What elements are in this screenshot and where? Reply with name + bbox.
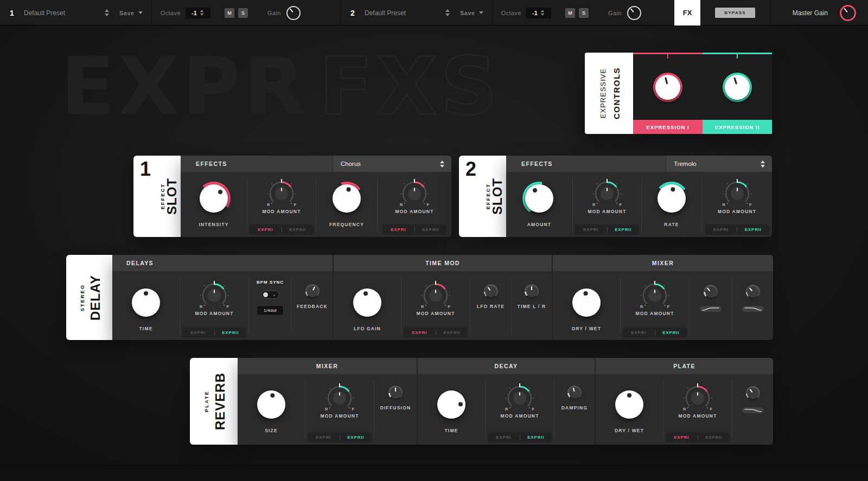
rate-knob[interactable] [655, 182, 688, 215]
master-gain-knob[interactable] [840, 5, 856, 21]
expression-assign-toggle[interactable]: EXPRI EXPRII [666, 432, 730, 442]
octave-stepper-2[interactable]: -1 [526, 8, 551, 18]
time-knob[interactable] [129, 286, 163, 319]
expri-option[interactable]: EXPRI [623, 328, 655, 338]
highpass-filter-knob[interactable] [704, 285, 718, 299]
expression-assign-toggle[interactable]: EXPRI EXPRII [404, 328, 468, 338]
mute-button-2[interactable]: M [565, 8, 575, 18]
intensity-knob[interactable] [197, 182, 231, 215]
bpm-sync-switch[interactable] [261, 291, 279, 299]
exprii-option[interactable]: EXPRII [340, 432, 372, 442]
diffusion-knob[interactable] [388, 386, 403, 400]
expri-option[interactable]: EXPRI [382, 225, 414, 235]
mod-range-r: R [723, 202, 725, 207]
updown-stepper-icon[interactable] [105, 9, 110, 16]
solo-button-1[interactable]: S [238, 8, 248, 18]
mod-amount-knob[interactable]: R F [677, 382, 718, 412]
side-label-bold: REVERB [213, 373, 228, 430]
expression-assign-toggle[interactable]: EXPRI EXPRII [182, 328, 246, 338]
mod-amount-knob[interactable]: R F [261, 177, 302, 208]
updown-stepper-icon[interactable] [440, 161, 445, 168]
size-knob[interactable] [254, 388, 288, 421]
lfo-gain-knob[interactable] [350, 286, 384, 319]
expri-option[interactable]: EXPRI [182, 328, 214, 338]
mod-amount-knob[interactable]: R F [394, 177, 435, 208]
mod-amount-label: MOD AMOUNT [395, 209, 433, 214]
damping-knob[interactable] [567, 386, 582, 400]
expression-2-knob[interactable] [723, 73, 752, 102]
octave-value: -1 [192, 10, 197, 16]
save-button-1[interactable]: Save [119, 10, 143, 16]
updown-stepper-icon[interactable] [200, 10, 204, 15]
fx-tab[interactable]: FX [674, 0, 700, 25]
expri-option[interactable]: EXPRI [488, 432, 520, 442]
octave-stepper-1[interactable]: -1 [186, 8, 210, 18]
knob-pointer [653, 72, 683, 102]
expri-option[interactable]: EXPRI [308, 432, 340, 442]
save-button-2[interactable]: Save [460, 10, 483, 16]
mod-amount-knob[interactable]: R F [499, 382, 540, 412]
preset-selector-1[interactable]: Default Preset [24, 9, 110, 17]
section-title: TIME MOD [425, 260, 460, 266]
decay-time-knob[interactable] [435, 388, 468, 421]
time-lr-knob[interactable] [525, 284, 539, 298]
exprii-option[interactable]: EXPRII [520, 432, 552, 442]
divider [492, 0, 493, 25]
expri-option[interactable]: EXPRI [666, 432, 698, 442]
mute-button-1[interactable]: M [225, 8, 234, 18]
expression-assign-toggle[interactable]: EXPRI EXPRII [382, 225, 446, 235]
amount-knob[interactable] [522, 182, 556, 215]
plate-filter-knob[interactable] [746, 386, 760, 400]
updown-stepper-icon[interactable] [541, 10, 545, 15]
exprii-option[interactable]: EXPRII [608, 225, 640, 235]
curve-glyph [743, 408, 763, 413]
exprii-option[interactable]: EXPRII [415, 225, 447, 235]
lfo-rate-knob[interactable] [484, 284, 498, 298]
exprii-option[interactable]: EXPRII [436, 328, 468, 338]
mod-amount-control: R F MOD AMOUNT EXPRI EXPRII [573, 172, 641, 237]
expression-assign-toggle[interactable]: EXPRI EXPRII [250, 225, 314, 235]
lowpass-curve-icon[interactable] [742, 407, 764, 413]
preset-selector-2[interactable]: Default Preset [365, 9, 450, 17]
expri-option[interactable]: EXPRI [705, 225, 737, 235]
expression-1-knob[interactable] [653, 73, 682, 102]
feedback-knob[interactable] [305, 284, 320, 298]
expression-assign-toggle[interactable]: EXPRI EXPRII [308, 432, 372, 442]
updown-stepper-icon[interactable] [445, 9, 450, 16]
gain-knob-2[interactable] [627, 6, 641, 20]
mod-amount-knob[interactable]: R F [194, 279, 235, 310]
reverb-dry-wet-knob[interactable] [612, 388, 646, 421]
lowpass-filter-knob[interactable] [746, 285, 760, 299]
expression-assign-toggle[interactable]: EXPRI EXPRII [623, 328, 687, 338]
effect-slot-2-panel: EFFECTS Tremolo AMOUNT R F MOD AMOUNT [506, 156, 772, 237]
frequency-knob[interactable] [330, 182, 363, 215]
knob-dot [656, 183, 688, 215]
mod-amount-knob[interactable]: R F [319, 382, 360, 412]
exprii-option[interactable]: EXPRII [698, 432, 730, 442]
expri-option[interactable]: EXPRI [575, 225, 607, 235]
bypass-button[interactable]: BYPASS [715, 8, 755, 18]
sync-value-box[interactable]: 1/4dot [258, 306, 283, 315]
solo-button-2[interactable]: S [579, 8, 589, 18]
expression-assign-toggle[interactable]: EXPRI EXPRII [575, 225, 639, 235]
dry-wet-knob[interactable] [570, 286, 603, 319]
mod-amount-knob[interactable]: R F [634, 279, 675, 310]
mod-amount-knob[interactable]: R F [717, 177, 758, 208]
effect-selector-2[interactable]: Tremolo [666, 156, 772, 172]
expression-assign-toggle[interactable]: EXPRI EXPRII [488, 432, 552, 442]
highpass-curve-icon[interactable] [700, 306, 722, 312]
exprii-option[interactable]: EXPRII [282, 225, 314, 235]
mod-range-r: R [640, 304, 643, 309]
exprii-option[interactable]: EXPRII [655, 328, 687, 338]
expri-option[interactable]: EXPRI [250, 225, 282, 235]
gain-knob-1[interactable] [286, 6, 301, 20]
lowpass-curve-icon[interactable] [742, 306, 764, 312]
exprii-option[interactable]: EXPRII [215, 328, 247, 338]
mod-amount-knob[interactable]: R F [586, 177, 628, 208]
effect-selector-1[interactable]: Chorus [333, 156, 451, 172]
mod-amount-knob[interactable]: R F [415, 279, 456, 310]
expri-option[interactable]: EXPRI [404, 328, 436, 338]
expression-assign-toggle[interactable]: EXPRI EXPRII [705, 225, 769, 235]
updown-stepper-icon[interactable] [761, 161, 765, 168]
exprii-option[interactable]: EXPRII [737, 225, 769, 235]
